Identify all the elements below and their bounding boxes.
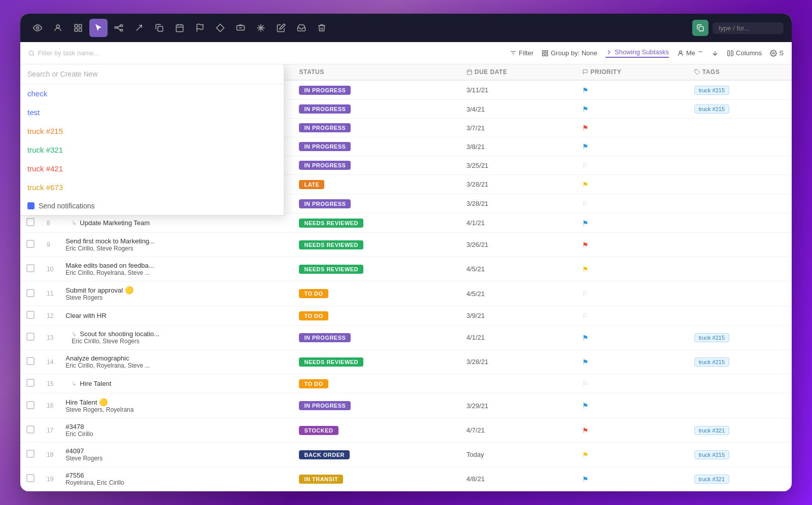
status-cell[interactable]: IN PROGRESS [293,326,460,350]
tag-badge[interactable]: truck #321 [694,475,729,484]
priority-cell[interactable]: ⚑ [576,257,688,281]
dropdown-item-truck673[interactable]: truck #673 [20,178,284,197]
status-cell[interactable]: IN PROGRESS [293,80,460,100]
priority-cell[interactable]: ⚑ [576,393,688,418]
row-checkbox[interactable] [26,240,35,248]
row-checkbox[interactable] [26,474,35,482]
sort-btn[interactable] [712,50,719,57]
dropdown-item-truck421[interactable]: truck #421 [20,159,284,178]
status-cell[interactable]: NEEDS REVIEWED [293,257,460,281]
priority-cell[interactable]: ⚐ [576,194,688,213]
status-cell[interactable]: IN PROGRESS [293,100,460,119]
priority-cell[interactable]: ⚑ [576,467,688,491]
status-cell[interactable]: IN PROGRESS [293,194,460,213]
diamond-icon[interactable] [211,19,229,37]
status-cell[interactable]: TO DO [293,306,460,326]
eye-icon[interactable] [28,19,47,37]
task-name-cell[interactable]: #7556Royelrana, Eric Cirillo [59,467,293,491]
row-checkbox[interactable] [26,218,35,226]
tag-badge[interactable]: truck #321 [694,426,729,435]
status-cell[interactable]: STOCKED [293,418,460,443]
tag-badge[interactable]: truck #215 [694,357,729,367]
priority-cell[interactable]: ⚑ [576,233,688,257]
hierarchy-icon[interactable] [110,19,128,37]
task-name-cell[interactable]: Make edits based on feedba...Eric Cirill… [59,257,293,281]
tag-badge[interactable]: truck #215 [694,450,729,459]
group-by-btn[interactable]: Group by: None [542,49,597,57]
priority-cell[interactable]: ⚑ [576,213,688,233]
status-cell[interactable]: TO DO [293,281,460,306]
status-cell[interactable]: NEEDS REVIEWED [293,350,460,374]
tag-badge[interactable]: truck #215 [694,333,729,342]
tag-badge[interactable]: truck #215 [694,104,729,114]
columns-btn[interactable]: Columns [727,49,762,57]
row-checkbox[interactable] [26,333,35,341]
row-checkbox[interactable] [26,425,35,434]
inbox-icon[interactable] [292,19,311,37]
flag2-icon[interactable] [191,19,209,37]
priority-cell[interactable]: ⚑ [576,80,688,100]
person-icon[interactable] [49,19,67,37]
priority-cell[interactable]: ⚑ [576,100,688,119]
priority-cell[interactable]: ⚑ [576,119,688,137]
tag-badge[interactable]: truck #215 [694,86,729,95]
status-cell[interactable]: NEEDS REVIEWED [293,233,460,257]
task-name-cell[interactable]: ↳Scout for shooting locatio...Eric Ciril… [59,326,293,350]
priority-cell[interactable]: ⚑ [576,175,688,194]
status-cell[interactable]: NEEDS REVIEWED [293,213,460,233]
task-name-cell[interactable]: ↳Hire Talent [59,374,293,393]
task-name-cell[interactable]: #3478Eric Cirillo [59,418,293,443]
link2-icon[interactable] [231,19,250,37]
priority-cell[interactable]: ⚑ [576,418,688,443]
row-checkbox[interactable] [26,401,35,409]
row-checkbox[interactable] [26,264,35,272]
status-cell[interactable]: BACK ORDER [293,443,460,467]
priority-cell[interactable]: ⚐ [576,374,688,393]
dropdown-item-check[interactable]: check [20,84,284,103]
status-cell[interactable]: IN TRANSIT [293,467,460,491]
priority-cell[interactable]: ⚑ [576,350,688,374]
copy-action-btn[interactable] [692,20,708,36]
dropdown-item-test[interactable]: test [20,103,284,122]
me-btn[interactable]: Me [677,49,703,57]
settings-btn[interactable]: S [770,49,784,57]
dropdown-search-input[interactable] [27,70,277,78]
calendar-icon[interactable] [171,19,189,37]
priority-cell[interactable]: ⚐ [576,281,688,306]
task-name-cell[interactable]: Send first mock to Marketing...Eric Ciri… [59,233,293,257]
status-cell[interactable]: IN PROGRESS [293,137,460,156]
grid-icon[interactable] [69,19,87,37]
task-name-cell[interactable]: Analyze demographicEric Cirillo, Royelra… [59,350,293,374]
status-cell[interactable]: IN PROGRESS [293,119,460,137]
row-checkbox[interactable] [26,379,35,387]
priority-cell[interactable]: ⚑ [576,443,688,467]
dropdown-item-notifications[interactable]: Send notifications [20,197,284,215]
status-cell[interactable]: IN PROGRESS [293,393,460,418]
filter-input[interactable] [38,49,124,57]
task-name-cell[interactable]: #4097Steve Rogers [59,443,293,467]
showing-subtasks-btn[interactable]: Showing Subtasks [605,48,669,58]
row-checkbox[interactable] [26,450,35,458]
priority-cell[interactable]: ⚐ [576,306,688,326]
asterisk-icon[interactable] [252,19,270,37]
dropdown-item-truck215[interactable]: truck #215 [20,122,284,140]
copy2-icon[interactable] [150,19,168,37]
arrow-out-icon[interactable] [130,19,148,37]
priority-cell[interactable]: ⚑ [576,137,688,156]
status-cell[interactable]: IN PROGRESS [293,156,460,175]
row-checkbox[interactable] [26,357,35,365]
dropdown-item-truck321[interactable]: truck #321 [20,140,284,159]
task-name-cell[interactable]: Hire Talent🟡Steve Rogers, Royelrana [59,393,293,418]
status-cell[interactable]: TO DO [293,374,460,393]
status-cell[interactable]: LATE [293,175,460,194]
cursor-icon[interactable] [89,19,108,37]
priority-cell[interactable]: ⚐ [576,156,688,175]
filter-btn[interactable]: Filter [510,49,533,57]
row-checkbox[interactable] [26,311,35,319]
task-name-cell[interactable]: Clear with HR [59,306,293,326]
task-name-cell[interactable]: Submit for approval🟡Steve Rogers [59,281,293,306]
pencil-icon[interactable] [272,19,290,37]
trash-icon[interactable] [313,19,331,37]
row-checkbox[interactable] [26,289,35,297]
priority-cell[interactable]: ⚑ [576,326,688,350]
